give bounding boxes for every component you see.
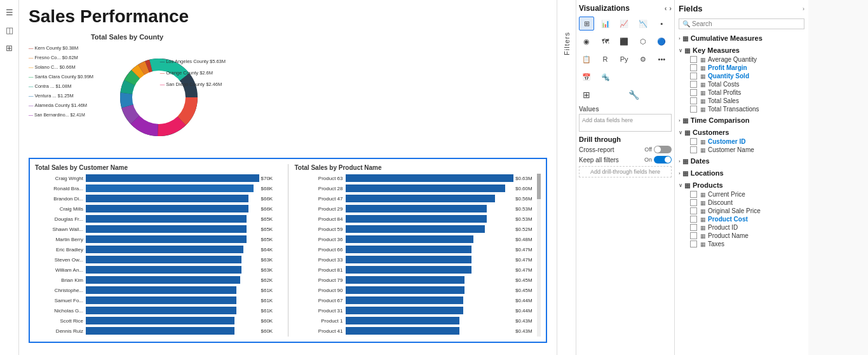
viz-icon-py[interactable]: Py — [616, 52, 632, 66]
viz-icon-pie[interactable]: ◉ — [579, 34, 594, 48]
field-checkbox[interactable] — [690, 64, 697, 71]
fields-collapse-icon[interactable]: › — [803, 6, 804, 12]
field-checkbox[interactable] — [690, 191, 697, 198]
viz-icon-area[interactable]: 📉 — [635, 17, 651, 31]
bar-fill — [86, 266, 241, 274]
bar-track — [86, 174, 259, 182]
field-checkbox[interactable] — [690, 224, 697, 231]
list-item[interactable]: ▦ Current Price — [679, 190, 804, 198]
field-group: ›▦Dates — [679, 156, 804, 166]
sidebar-icon-report[interactable]: ◫ — [3, 23, 17, 37]
field-checkbox[interactable] — [690, 138, 697, 145]
list-item[interactable]: ▦ Discount — [679, 198, 804, 207]
sidebar-icon-data[interactable]: ⊞ — [3, 41, 17, 55]
bar-track — [86, 225, 259, 233]
field-group-header-dates[interactable]: ›▦Dates — [679, 156, 804, 166]
list-item[interactable]: ▦ Total Sales — [679, 97, 804, 105]
field-group-header-locations[interactable]: ›▦Locations — [679, 168, 804, 178]
bar-fill — [346, 184, 505, 192]
donut-label-sanbern: — San Bernardino... $2.41M — [29, 110, 93, 120]
list-item[interactable]: ▦ Product Name — [679, 232, 804, 240]
search-input[interactable] — [692, 20, 801, 27]
field-checkbox[interactable] — [690, 240, 697, 247]
bar-fill — [86, 307, 236, 314]
viz-icon-card[interactable]: 📋 — [579, 52, 594, 66]
bar-value: $65K — [259, 226, 281, 232]
sidebar-icon-menu[interactable]: ☰ — [3, 5, 17, 19]
viz-icon-funnel[interactable]: ⬡ — [635, 34, 651, 48]
viz-icon-r[interactable]: R — [598, 52, 613, 66]
product-scrollbar[interactable] — [537, 174, 541, 337]
cross-report-toggle[interactable]: Off — [644, 146, 672, 153]
field-name: Total Transactions — [708, 106, 759, 113]
viz-icon-map[interactable]: 🗺 — [598, 34, 613, 48]
donut-chart-container: Total Sales by County — Kern County $0.3… — [29, 33, 226, 151]
list-item[interactable]: ▦ Taxes — [679, 240, 804, 248]
viz-icon-scatter[interactable]: ▪ — [654, 17, 669, 31]
field-group-header-key-measures[interactable]: ∨▦Key Measures — [679, 45, 804, 55]
bar-value: $0.48M — [513, 237, 536, 242]
viz-panel: Visualizations ‹ › ⊞ 📊 📈 📉 ▪ ◉ 🗺 ⬛ ⬡ 🔵 📋… — [576, 0, 675, 355]
list-item[interactable]: ▦ Total Costs — [679, 80, 804, 88]
field-checkbox[interactable] — [690, 216, 697, 223]
field-checkbox[interactable] — [690, 199, 697, 206]
field-checkbox[interactable] — [690, 97, 697, 104]
list-item[interactable]: ▦ Total Transactions — [679, 105, 804, 113]
viz-icon-line[interactable]: 📈 — [616, 17, 632, 31]
bar-fill — [346, 205, 487, 212]
table-row: Christophe... $61K — [35, 286, 281, 295]
field-checkbox[interactable] — [690, 56, 697, 63]
field-group-header-time-comparison[interactable]: ›▦Time Comparison — [679, 115, 804, 125]
cross-report-track[interactable] — [654, 146, 672, 153]
viz-icon-values-btn[interactable]: ⊞ — [579, 88, 594, 102]
field-group-header-cumulative-measures[interactable]: ›▦Cumulative Measures — [679, 33, 804, 43]
add-drillthrough-btn[interactable]: Add drill-through fields here — [579, 166, 672, 178]
viz-icon-matrix[interactable]: 🔩 — [598, 70, 613, 84]
bar-fill — [346, 327, 460, 335]
bar-value: $70K — [259, 176, 281, 181]
field-checkbox[interactable] — [690, 73, 697, 80]
bar-label: Product 29 — [295, 206, 346, 212]
viz-icon-table[interactable]: ⊞ — [579, 17, 594, 31]
table-row: Product 33 $0.47M — [295, 255, 536, 264]
viz-nav-next[interactable]: › — [669, 4, 672, 12]
list-item[interactable]: ▦ Average Quantity — [679, 55, 804, 64]
list-item[interactable]: ▦ Total Profits — [679, 88, 804, 97]
viz-icon-slicer[interactable]: 📅 — [579, 70, 594, 84]
list-item[interactable]: ▦ Quantity Sold — [679, 72, 804, 80]
viz-icon-gauge[interactable]: 🔵 — [654, 34, 669, 48]
group-icon: ▦ — [682, 117, 688, 124]
viz-icon-treemap[interactable]: ⬛ — [616, 34, 632, 48]
field-group-header-products[interactable]: ∨▦Products — [679, 180, 804, 190]
list-item[interactable]: ▦ Product Cost — [679, 215, 804, 223]
field-checkbox[interactable] — [690, 89, 697, 96]
viz-icon-format-btn[interactable]: 🔧 — [626, 88, 641, 102]
keep-filters-track[interactable] — [654, 156, 672, 164]
list-item[interactable]: ▦ Customer Name — [679, 146, 804, 154]
viz-icon-bar[interactable]: 📊 — [598, 17, 613, 31]
field-name: Current Price — [708, 191, 745, 198]
viz-nav-buttons: ‹ › — [665, 4, 672, 12]
field-group-header-customers[interactable]: ∨▦Customers — [679, 127, 804, 137]
list-item[interactable]: ▦ Product ID — [679, 223, 804, 232]
field-checkbox[interactable] — [690, 81, 697, 88]
viz-icon-custom[interactable]: ⚙ — [635, 52, 651, 66]
keep-filters-row: Keep all filters On — [579, 156, 672, 164]
list-item[interactable]: ▦ Customer ID — [679, 137, 804, 146]
field-checkbox[interactable] — [690, 207, 697, 214]
field-checkbox[interactable] — [690, 106, 697, 113]
field-type-icon: ▦ — [700, 200, 706, 206]
list-item[interactable]: ▦ Original Sale Price — [679, 207, 804, 215]
product-scroll-thumb[interactable] — [537, 174, 541, 199]
viz-nav-prev[interactable]: ‹ — [665, 4, 667, 12]
bar-track — [346, 174, 514, 182]
search-box[interactable]: 🔍 — [679, 18, 804, 29]
field-checkbox[interactable] — [690, 146, 697, 153]
field-checkbox[interactable] — [690, 232, 697, 239]
viz-icon-more[interactable]: ••• — [654, 52, 669, 66]
keep-filters-toggle[interactable]: On — [644, 156, 672, 164]
viz-icons-row1: ⊞ 📊 📈 📉 ▪ — [579, 17, 672, 31]
bar-label: Product 36 — [295, 237, 346, 242]
bar-label: Craig Wright — [35, 176, 86, 181]
list-item[interactable]: ▦ Profit Margin — [679, 64, 804, 72]
